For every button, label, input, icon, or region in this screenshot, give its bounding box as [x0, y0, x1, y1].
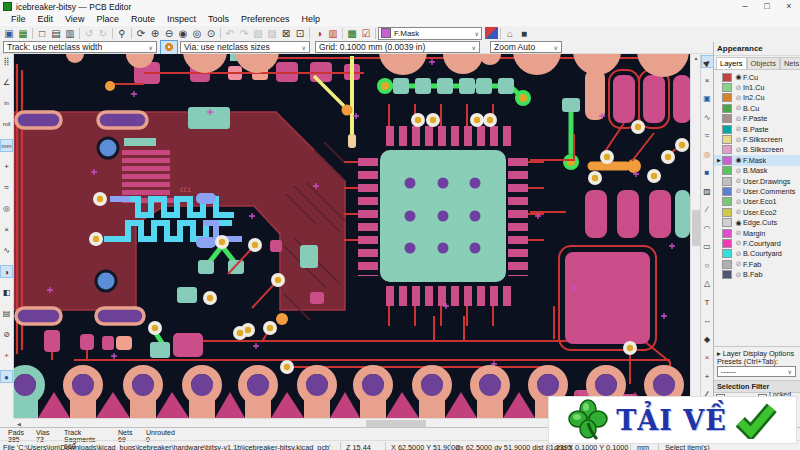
layer-visibility-icon[interactable]: [734, 229, 743, 237]
layer-color-swatch[interactable]: [722, 177, 732, 186]
drc-markers-button[interactable]: ☑: [359, 27, 373, 40]
add-polygon-tool[interactable]: △: [701, 277, 714, 290]
layer-color-swatch[interactable]: [722, 83, 732, 92]
page-settings-button[interactable]: □: [35, 27, 49, 40]
route-track-tool[interactable]: ∿: [701, 111, 714, 124]
layer-color-swatch[interactable]: [722, 156, 732, 165]
minimize-button[interactable]: –: [734, 0, 756, 13]
units-inches-icon[interactable]: in: [0, 97, 13, 110]
zoom-dropdown[interactable]: Zoom Auto∨: [490, 41, 562, 53]
layer-row[interactable]: B.Cu: [714, 103, 800, 113]
high-contrast-icon[interactable]: ◑: [0, 265, 13, 278]
add-zone-tool[interactable]: ■: [701, 166, 714, 179]
add-circle-tool[interactable]: ○: [701, 259, 714, 272]
units-mm-icon[interactable]: mm: [0, 139, 13, 152]
polar-coords-icon[interactable]: ∠: [0, 76, 13, 89]
zoom-out-button[interactable]: ⊖: [162, 27, 176, 40]
layer-visibility-icon[interactable]: [734, 104, 743, 112]
units-mils-icon[interactable]: mil: [0, 118, 13, 131]
zoom-objects-button[interactable]: ◎: [190, 27, 204, 40]
board-setup-button[interactable]: ▦: [16, 27, 30, 40]
layer-color-swatch[interactable]: [722, 239, 732, 248]
layer-color-swatch[interactable]: [722, 93, 732, 102]
redo-button[interactable]: ↻: [96, 27, 110, 40]
menu-help[interactable]: Help: [296, 13, 327, 26]
layer-row[interactable]: Edge.Cuts: [714, 217, 800, 227]
layer-row[interactable]: User.Comments: [714, 186, 800, 196]
net-inspector-button[interactable]: ▥: [326, 27, 340, 40]
scripting-console-button[interactable]: ■: [517, 27, 531, 40]
menu-route[interactable]: Route: [125, 13, 161, 26]
layer-color-swatch[interactable]: [722, 73, 732, 82]
add-arc-tool[interactable]: ◠: [701, 222, 714, 235]
tab-objects[interactable]: Objects: [747, 57, 780, 69]
drawing-sheet-icon[interactable]: ▤: [0, 307, 13, 320]
layer-row[interactable]: In1.Cu: [714, 82, 800, 92]
layer-row[interactable]: B.Courtyard: [714, 249, 800, 259]
rotate-ccw-button[interactable]: ↶: [223, 27, 237, 40]
menu-edit[interactable]: Edit: [32, 13, 60, 26]
layer-color-swatch[interactable]: [722, 125, 732, 134]
layer-visibility-icon[interactable]: [734, 125, 743, 133]
menu-place[interactable]: Place: [90, 13, 125, 26]
layer-visibility-icon[interactable]: [734, 84, 743, 92]
layer-row[interactable]: F.Paste: [714, 114, 800, 124]
zoom-fit-button[interactable]: ◉: [176, 27, 190, 40]
vertical-scroll-thumb[interactable]: [692, 210, 700, 246]
layer-visibility-icon[interactable]: [734, 198, 743, 206]
route-diff-pair-tool[interactable]: ≈: [701, 129, 714, 142]
layer-row[interactable]: F.Courtyard: [714, 238, 800, 248]
update-pcb-button[interactable]: ▩: [345, 27, 359, 40]
layer-color-swatch[interactable]: [722, 249, 732, 258]
flip-axes-icon[interactable]: +: [0, 349, 13, 362]
refresh-button[interactable]: ⟳: [134, 27, 148, 40]
origin-tool[interactable]: +: [701, 370, 714, 383]
ratsnest-curved-icon[interactable]: ∿: [0, 244, 13, 257]
layer-color-swatch[interactable]: [722, 135, 732, 144]
menu-tools[interactable]: Tools: [202, 13, 235, 26]
via-outline-icon[interactable]: ◎: [0, 202, 13, 215]
print-button[interactable]: ▤: [49, 27, 63, 40]
horizontal-scroll-thumb[interactable]: [366, 420, 426, 427]
layer-color-swatch[interactable]: [722, 114, 732, 123]
rotate-cw-button[interactable]: ↷: [237, 27, 251, 40]
active-layer-dropdown[interactable]: F.Mask ∨: [378, 27, 482, 40]
undo-button[interactable]: ↺: [82, 27, 96, 40]
layer-visibility-icon[interactable]: [734, 239, 743, 247]
zoom-in-button[interactable]: ⊕: [148, 27, 162, 40]
layer-color-swatch[interactable]: [722, 260, 732, 269]
layer-row[interactable]: F.Cu: [714, 72, 800, 82]
layer-row[interactable]: User.Eco1: [714, 197, 800, 207]
layer-visibility-icon[interactable]: [734, 271, 743, 279]
layer-row-selected[interactable]: ▶F.Mask: [714, 155, 800, 165]
layer-row[interactable]: F.Fab: [714, 259, 800, 269]
save-button[interactable]: ▣: [2, 27, 16, 40]
layer-row[interactable]: In2.Cu: [714, 93, 800, 103]
layer-visibility-icon[interactable]: [734, 177, 743, 185]
layer-color-swatch[interactable]: [722, 166, 732, 175]
appearance-toggle-icon[interactable]: ●: [0, 370, 13, 383]
layer-row[interactable]: User.Drawings: [714, 176, 800, 186]
track-width-dropdown[interactable]: Track: use netclass width∨: [3, 41, 157, 53]
layer-visibility-icon[interactable]: [734, 187, 743, 195]
delete-tool[interactable]: ×: [701, 351, 714, 364]
plot-button[interactable]: ▥: [63, 27, 77, 40]
layer-visibility-icon[interactable]: [734, 250, 743, 258]
hide-sheet-icon[interactable]: ⊘: [0, 328, 13, 341]
drc-button[interactable]: ◑: [312, 27, 326, 40]
zoom-selection-button[interactable]: ⊙: [204, 27, 218, 40]
layer-visibility-icon[interactable]: [734, 136, 743, 144]
layer-color-swatch[interactable]: [722, 218, 732, 227]
layer-row[interactable]: Margin: [714, 228, 800, 238]
layer-visibility-icon[interactable]: [734, 73, 743, 81]
tab-nets[interactable]: Nets: [780, 57, 800, 69]
layer-visibility-icon[interactable]: [734, 260, 743, 268]
layer-row[interactable]: User.Eco2: [714, 207, 800, 217]
add-rect-tool[interactable]: ▭: [701, 240, 714, 253]
unlock-button[interactable]: ⊡: [293, 27, 307, 40]
via-size-dropdown[interactable]: Via: use netclass sizes∨: [180, 41, 310, 53]
ratsnest-hide-icon[interactable]: ×: [0, 223, 13, 236]
layer-visibility-icon[interactable]: [734, 167, 743, 175]
layer-color-swatch[interactable]: [722, 104, 732, 113]
net-colors-icon[interactable]: ◧: [0, 286, 13, 299]
